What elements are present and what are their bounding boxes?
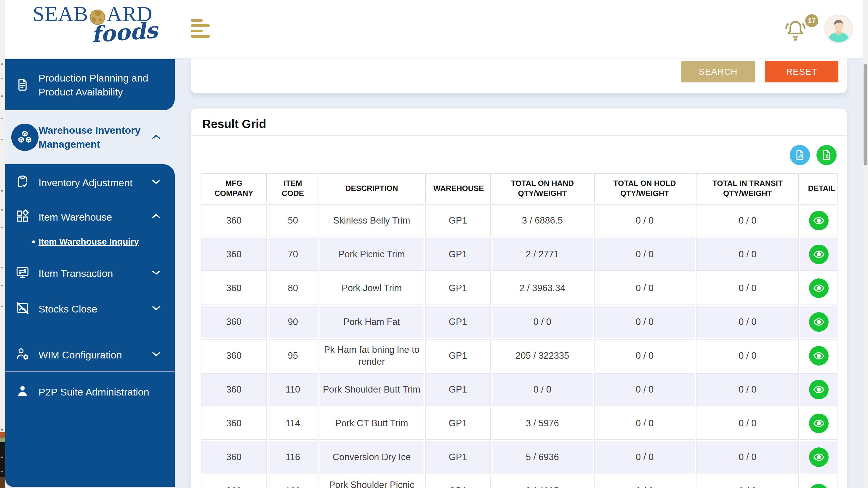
table-row: 360 116 Conversion Dry Ice GP1 5 / 6936 … bbox=[201, 441, 837, 473]
export-pdf-button[interactable] bbox=[790, 145, 810, 165]
sidebar-item-label: Stocks Close bbox=[38, 302, 97, 316]
sidebar-item-warehouse-inventory[interactable]: Warehouse Inventory Management bbox=[5, 110, 175, 164]
cell-detail bbox=[800, 272, 837, 305]
cell-on-hold: 0 / 0 bbox=[594, 238, 695, 271]
view-detail-button[interactable] bbox=[809, 484, 829, 488]
cell-warehouse: GP1 bbox=[426, 373, 491, 406]
result-grid-card: Result Grid MFG COMPANY ITEM CODE D bbox=[191, 109, 847, 488]
excel-file-icon bbox=[820, 149, 832, 161]
user-avatar[interactable] bbox=[825, 15, 852, 43]
cell-warehouse: GP1 bbox=[426, 306, 491, 338]
cell-detail bbox=[800, 306, 837, 338]
cell-in-transit: 0 / 0 bbox=[696, 373, 799, 406]
search-panel: SEARCH RESET bbox=[191, 58, 847, 93]
cell-in-transit: 0 / 0 bbox=[696, 238, 799, 271]
sidebar-item-label: Product Availability bbox=[38, 86, 123, 97]
pdf-file-icon bbox=[794, 149, 806, 161]
box-slash-icon bbox=[16, 301, 30, 315]
page-edge-strip bbox=[0, 0, 5, 488]
sidebar-item-label: WIM Configuration bbox=[38, 348, 122, 362]
cell-on-hand: 3 / 4905 bbox=[492, 475, 593, 488]
eye-icon bbox=[813, 418, 825, 429]
scrollbar-thumb[interactable] bbox=[864, 64, 867, 166]
menu-toggle-button[interactable] bbox=[191, 19, 210, 38]
view-detail-button[interactable] bbox=[809, 346, 829, 366]
cell-on-hold: 0 / 0 bbox=[594, 475, 695, 488]
avatar-illustration bbox=[825, 16, 852, 42]
sidebar-divider bbox=[5, 371, 175, 372]
notification-count-badge: 17 bbox=[805, 14, 818, 27]
cell-mfg: 360 bbox=[201, 238, 267, 271]
bullet-icon: ● bbox=[31, 238, 35, 246]
eye-icon bbox=[813, 249, 825, 260]
sidebar-item-label: P2P Suite Administration bbox=[38, 385, 149, 399]
cell-description: Pork Ham Fat bbox=[319, 306, 424, 338]
monitor-sliders-icon bbox=[16, 265, 30, 280]
cell-on-hand: 205 / 322335 bbox=[492, 340, 593, 372]
eye-icon bbox=[813, 282, 825, 294]
sidebar-item-label: Inventory Adjustment bbox=[38, 176, 133, 190]
brand-logo: SEAB ARD foods bbox=[5, 0, 175, 58]
sidebar-link-item-warehouse-inquiry[interactable]: Item Warehouse Inquiry bbox=[38, 237, 163, 247]
cell-on-hand: 0 / 0 bbox=[492, 373, 593, 406]
view-detail-button[interactable] bbox=[809, 278, 829, 298]
view-detail-button[interactable] bbox=[809, 448, 829, 467]
sidebar-item-item-transaction[interactable]: Item Transaction bbox=[5, 262, 175, 283]
sidebar-item-production-planning[interactable]: Production Planning and Product Availabi… bbox=[5, 59, 175, 110]
col-header-on-hold: TOTAL ON HOLD QTY/WEIGHT bbox=[594, 173, 695, 203]
chevron-down-icon bbox=[152, 351, 161, 357]
cubes-icon bbox=[11, 124, 38, 151]
table-row: 360 90 Pork Ham Fat GP1 0 / 0 0 / 0 0 / … bbox=[201, 306, 837, 338]
table-row: 360 80 Pork Jowl Trim GP1 2 / 3963.34 0 … bbox=[201, 272, 837, 305]
view-detail-button[interactable] bbox=[809, 413, 829, 433]
chevron-up-icon bbox=[152, 134, 161, 140]
cell-mfg: 360 bbox=[201, 272, 267, 305]
col-header-on-hand: TOTAL ON HAND QTY/WEIGHT bbox=[492, 173, 593, 203]
sidebar-item-p2p-suite-administration[interactable]: P2P Suite Administration bbox=[5, 381, 175, 401]
view-detail-button[interactable] bbox=[809, 312, 829, 332]
view-detail-button[interactable] bbox=[809, 245, 829, 264]
clipboard-check-icon bbox=[16, 175, 30, 189]
eye-icon bbox=[813, 384, 825, 396]
cell-warehouse: GP1 bbox=[426, 475, 491, 488]
chevron-down-icon bbox=[152, 179, 161, 185]
cell-description: Pk Ham fat bning lne to render bbox=[319, 340, 424, 372]
table-row: 360 110 Pork Shoulder Butt Trim GP1 0 / … bbox=[201, 373, 837, 406]
cell-code: 110 bbox=[268, 373, 318, 406]
sidebar-item-wim-configuration[interactable]: WIM Configuration bbox=[5, 344, 175, 364]
top-header: 17 bbox=[175, 0, 868, 58]
sidebar: Production Planning and Product Availabi… bbox=[5, 58, 175, 488]
sidebar-item-item-warehouse-inquiry[interactable]: ● Item Warehouse Inquiry bbox=[5, 235, 175, 250]
notifications-button[interactable] bbox=[782, 17, 809, 44]
view-detail-button[interactable] bbox=[809, 211, 829, 230]
table-row: 360 70 Pork Picnic Trim GP1 2 / 2771 0 /… bbox=[201, 238, 837, 271]
sidebar-item-item-warehouse[interactable]: Item Warehouse bbox=[5, 206, 175, 227]
cell-code: 80 bbox=[268, 272, 318, 305]
sidebar-item-inventory-adjustment[interactable]: Inventory Adjustment bbox=[5, 171, 175, 192]
cell-on-hand: 0 / 0 bbox=[492, 306, 593, 338]
cell-on-hand: 2 / 3963.34 bbox=[492, 272, 593, 305]
cell-on-hand: 5 / 6936 bbox=[492, 441, 593, 473]
vertical-scrollbar[interactable] bbox=[863, 0, 868, 488]
search-button[interactable]: SEARCH bbox=[681, 61, 755, 82]
export-excel-button[interactable] bbox=[816, 145, 837, 165]
cell-code: 50 bbox=[268, 204, 318, 237]
cell-detail bbox=[800, 407, 837, 440]
sidebar-item-label: Warehouse Inventory bbox=[38, 124, 141, 136]
cell-code: 70 bbox=[268, 238, 318, 271]
reset-button[interactable]: RESET bbox=[765, 61, 838, 82]
cell-code: 116 bbox=[268, 441, 318, 473]
cell-in-transit: 0 / 0 bbox=[696, 204, 799, 237]
view-detail-button[interactable] bbox=[809, 380, 829, 399]
cell-detail bbox=[800, 340, 837, 372]
card-divider bbox=[191, 135, 847, 136]
cell-detail bbox=[800, 204, 837, 237]
eye-icon bbox=[813, 214, 825, 227]
cell-in-transit: 0 / 0 bbox=[696, 340, 799, 372]
sidebar-item-stocks-close[interactable]: Stocks Close bbox=[5, 298, 175, 318]
cell-warehouse: GP1 bbox=[426, 272, 491, 305]
cell-description: Pork Shoulder Butt Trim bbox=[319, 373, 424, 406]
cell-on-hold: 0 / 0 bbox=[594, 373, 695, 406]
col-header-item-code: ITEM CODE bbox=[268, 173, 318, 203]
cell-code: 95 bbox=[268, 340, 318, 372]
